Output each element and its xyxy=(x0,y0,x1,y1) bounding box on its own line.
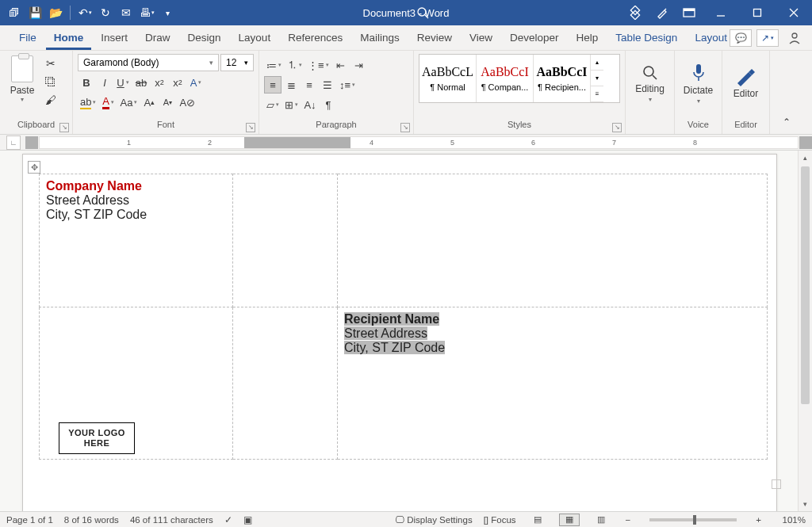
styles-gallery[interactable]: AaBbCcL ¶ Normal AaBbCcI ¶ Compan... AaB… xyxy=(419,54,620,103)
paragraph-launcher-icon[interactable]: ↘ xyxy=(400,123,410,132)
strike-button[interactable]: ab xyxy=(132,74,150,91)
superscript-button[interactable]: x2 xyxy=(169,74,186,91)
italic-button[interactable]: I xyxy=(96,74,113,91)
scroll-down-icon[interactable]: ▾ xyxy=(799,497,812,511)
clear-formatting-button[interactable]: A⊘ xyxy=(177,94,197,111)
styles-up-icon[interactable]: ▴ xyxy=(591,55,603,71)
vertical-scrollbar[interactable]: ▴ ▾ xyxy=(798,151,812,511)
sender-cell[interactable]: Company Name Street Address City, ST ZIP… xyxy=(40,174,233,307)
increase-indent-button[interactable]: ⇥ xyxy=(350,56,368,74)
autosave-icon[interactable]: 🗊 xyxy=(5,3,24,22)
bold-button[interactable]: B xyxy=(78,74,95,91)
minimize-button[interactable] xyxy=(703,0,739,25)
editing-button[interactable]: Editing ▾ xyxy=(630,54,669,109)
web-layout-icon[interactable]: ▥ xyxy=(591,514,611,526)
clipboard-launcher-icon[interactable]: ↘ xyxy=(59,123,69,132)
read-mode-icon[interactable]: ▤ xyxy=(527,514,548,526)
table-resize-handle-icon[interactable] xyxy=(772,479,781,489)
decrease-indent-button[interactable]: ⇤ xyxy=(332,56,350,74)
grow-font-button[interactable]: A▴ xyxy=(140,94,158,111)
align-right-button[interactable]: ≡ xyxy=(301,76,318,94)
tab-review[interactable]: Review xyxy=(409,27,460,50)
collapse-ribbon-icon[interactable]: ⌃ xyxy=(778,113,795,131)
tab-home[interactable]: Home xyxy=(46,27,92,50)
horizontal-ruler[interactable]: ∟ 1 2 4 5 6 7 8 xyxy=(0,135,812,151)
account-icon[interactable] xyxy=(783,29,806,47)
company-name[interactable]: Company Name xyxy=(46,179,226,193)
status-page[interactable]: Page 1 of 1 xyxy=(6,515,53,525)
qat-customize-icon[interactable]: ▾ xyxy=(158,3,177,22)
recipient-cell[interactable]: Recipient Name Street Address City, ST Z… xyxy=(338,307,768,460)
show-marks-button[interactable]: ¶ xyxy=(320,96,337,113)
tab-selector-icon[interactable]: ∟ xyxy=(6,136,21,150)
document-area[interactable]: ✥ Company Name Street Address City, ST Z… xyxy=(0,151,812,511)
scroll-up-icon[interactable]: ▴ xyxy=(799,151,812,165)
company-city[interactable]: City, ST ZIP Code xyxy=(46,208,226,222)
bullets-button[interactable]: ≔▾ xyxy=(264,56,284,74)
tab-developer[interactable]: Developer xyxy=(502,27,567,50)
tab-view[interactable]: View xyxy=(462,27,500,50)
font-name-dropdown[interactable]: Garamond (Body)▾ xyxy=(78,54,219,71)
styles-launcher-icon[interactable]: ↘ xyxy=(612,123,622,132)
highlight-button[interactable]: ab▾ xyxy=(78,94,98,111)
open-icon[interactable]: 📂 xyxy=(46,3,65,22)
style-normal[interactable]: AaBbCcL ¶ Normal xyxy=(419,55,477,102)
line-spacing-button[interactable]: ↕≡▾ xyxy=(337,76,358,94)
sort-button[interactable]: A↓ xyxy=(301,96,319,113)
tab-mailings[interactable]: Mailings xyxy=(352,27,408,50)
zoom-slider[interactable] xyxy=(649,518,737,521)
mail-icon[interactable]: ✉ xyxy=(117,3,136,22)
spellcheck-icon[interactable]: ✓ xyxy=(224,514,232,525)
font-color-button[interactable]: A▾ xyxy=(99,94,117,111)
style-recipient[interactable]: AaBbCcI ¶ Recipien... xyxy=(534,55,591,102)
justify-button[interactable]: ☰ xyxy=(319,76,336,94)
tab-draw[interactable]: Draw xyxy=(137,27,178,50)
page[interactable]: ✥ Company Name Street Address City, ST Z… xyxy=(22,154,777,511)
recipient-street[interactable]: Street Address xyxy=(344,327,427,340)
empty-cell-top[interactable] xyxy=(338,174,768,307)
focus-button[interactable]: [] Focus xyxy=(484,515,516,525)
print-layout-icon[interactable]: ▦ xyxy=(559,514,580,526)
logo-cell[interactable]: YOUR LOGOHERE xyxy=(40,307,233,460)
scroll-thumb[interactable] xyxy=(801,166,810,404)
tab-insert[interactable]: Insert xyxy=(93,27,136,50)
font-launcher-icon[interactable]: ↘ xyxy=(246,123,255,132)
copy-icon[interactable]: ⿻ xyxy=(43,74,59,90)
style-company[interactable]: AaBbCcI ¶ Compan... xyxy=(477,55,534,102)
cut-icon[interactable]: ✂ xyxy=(43,55,59,71)
spacer-cell-top[interactable] xyxy=(233,174,338,307)
change-case-button[interactable]: Aa▾ xyxy=(117,94,140,111)
align-left-button[interactable]: ≡ xyxy=(264,76,282,94)
maximize-button[interactable] xyxy=(739,0,776,25)
multilevel-button[interactable]: ⋮≡▾ xyxy=(305,56,331,74)
recipient-name[interactable]: Recipient Name xyxy=(344,312,439,326)
styles-down-icon[interactable]: ▾ xyxy=(591,71,603,86)
tab-file[interactable]: File xyxy=(11,27,44,50)
subscript-button[interactable]: x2 xyxy=(151,74,168,91)
ribbon-mode-icon[interactable] xyxy=(676,0,703,25)
tab-references[interactable]: References xyxy=(280,27,350,50)
undo-icon[interactable]: ↶▾ xyxy=(75,3,94,22)
format-painter-icon[interactable]: 🖌 xyxy=(43,92,59,108)
close-button[interactable] xyxy=(776,0,812,25)
styles-more-icon[interactable]: ≡ xyxy=(591,86,603,102)
tab-layout[interactable]: Layout xyxy=(231,27,279,50)
font-size-dropdown[interactable]: 12▾ xyxy=(220,54,254,71)
shrink-font-button[interactable]: A▾ xyxy=(159,94,176,111)
tab-help[interactable]: Help xyxy=(569,27,607,50)
save-icon[interactable]: 💾 xyxy=(25,3,44,22)
status-chars[interactable]: 46 of 111 characters xyxy=(130,515,213,525)
pen-icon[interactable] xyxy=(649,0,676,25)
spacer-cell-bottom[interactable] xyxy=(233,307,338,460)
zoom-in-button[interactable]: + xyxy=(753,515,764,525)
envelope-table[interactable]: Company Name Street Address City, ST ZIP… xyxy=(39,174,768,460)
paste-button[interactable]: Paste ▾ xyxy=(5,54,40,109)
numbering-button[interactable]: ⒈▾ xyxy=(285,56,304,74)
search-icon[interactable] xyxy=(414,4,431,21)
editor-button[interactable]: Editor xyxy=(727,54,764,109)
logo-placeholder[interactable]: YOUR LOGOHERE xyxy=(59,422,135,454)
underline-button[interactable]: U▾ xyxy=(114,74,132,91)
company-street[interactable]: Street Address xyxy=(46,193,226,208)
borders-button[interactable]: ⊞▾ xyxy=(282,96,301,113)
table-move-handle-icon[interactable]: ✥ xyxy=(28,161,40,174)
